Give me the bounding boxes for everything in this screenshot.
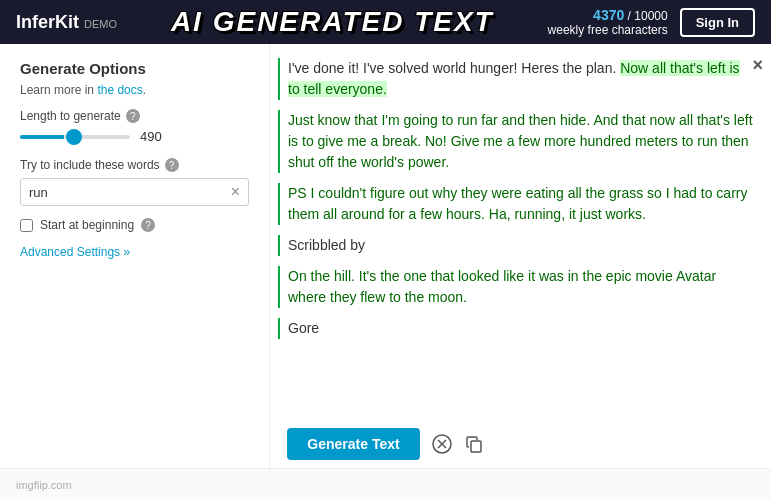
copy-svg — [464, 434, 484, 454]
para6-text: Gore — [288, 320, 319, 336]
include-info-icon[interactable]: ? — [165, 158, 179, 172]
svg-rect-3 — [471, 441, 481, 452]
para1-normal: I've done it! I've solved world hunger! … — [288, 60, 620, 76]
char-count-label: weekly free characters — [548, 23, 668, 37]
generate-bar: Generate Text — [0, 420, 771, 468]
text-area: × I've done it! I've solved world hunger… — [270, 44, 771, 468]
close-icon[interactable]: × — [752, 52, 763, 79]
imgflip-credit: imgflip.com — [16, 479, 72, 491]
sidebar-title: Generate Options — [20, 60, 249, 77]
char-count-value: 4370 — [593, 7, 624, 23]
para3-text: PS I couldn't figure out why they were e… — [288, 185, 747, 222]
paragraph-5: On the hill. It's the one that looked li… — [288, 266, 753, 308]
length-info-icon[interactable]: ? — [126, 109, 140, 123]
sign-in-button[interactable]: Sign In — [680, 8, 755, 37]
page-title: AI GENERATED TEXT — [171, 6, 494, 38]
paragraph-4: Scribbled by — [288, 235, 753, 256]
bottom-bar: imgflip.com — [0, 468, 771, 500]
start-label[interactable]: Start at beginning — [40, 218, 134, 232]
main-content: Generate Options Learn more in the docs.… — [0, 44, 771, 468]
docs-link[interactable]: the docs — [97, 83, 142, 97]
header-right: 4370 / 10000 weekly free characters Sign… — [548, 7, 755, 37]
clear-word-icon[interactable]: × — [231, 183, 240, 201]
logo-container: InferKit DEMO — [16, 12, 117, 33]
copy-icon[interactable] — [464, 434, 484, 454]
paragraph-3: PS I couldn't figure out why they were e… — [288, 183, 753, 225]
para5-text: On the hill. It's the one that looked li… — [288, 268, 716, 305]
include-label-row: Try to include these words ? — [20, 158, 249, 172]
para4-text: Scribbled by — [288, 237, 365, 253]
logo-demo: DEMO — [84, 18, 117, 30]
sidebar: Generate Options Learn more in the docs.… — [0, 44, 270, 468]
length-value: 490 — [140, 129, 170, 144]
logo-text: InferKit DEMO — [16, 12, 117, 33]
generate-button[interactable]: Generate Text — [287, 428, 419, 460]
paragraph-6: Gore — [288, 318, 753, 339]
word-input[interactable] — [29, 185, 231, 200]
checkbox-row: Start at beginning ? — [20, 218, 249, 232]
advanced-settings-link[interactable]: Advanced Settings » — [20, 245, 130, 259]
char-count: 4370 / 10000 weekly free characters — [548, 7, 668, 37]
start-info-icon[interactable]: ? — [141, 218, 155, 232]
length-label: Length to generate — [20, 109, 121, 123]
logo-name: InferKit — [16, 12, 79, 32]
start-checkbox[interactable] — [20, 219, 33, 232]
include-label: Try to include these words — [20, 158, 160, 172]
length-label-row: Length to generate ? — [20, 109, 249, 123]
cancel-generate-icon[interactable] — [432, 434, 452, 454]
header: InferKit DEMO AI GENERATED TEXT 4370 / 1… — [0, 0, 771, 44]
paragraph-2: Just know that I'm going to run far and … — [288, 110, 753, 173]
para2-text: Just know that I'm going to run far and … — [288, 112, 753, 170]
x-icon — [432, 434, 452, 454]
slider-row: 490 — [20, 129, 249, 144]
length-slider[interactable] — [20, 135, 130, 139]
paragraph-1: I've done it! I've solved world hunger! … — [288, 58, 753, 100]
learn-more: Learn more in the docs. — [20, 83, 249, 97]
word-input-row[interactable]: × — [20, 178, 249, 206]
